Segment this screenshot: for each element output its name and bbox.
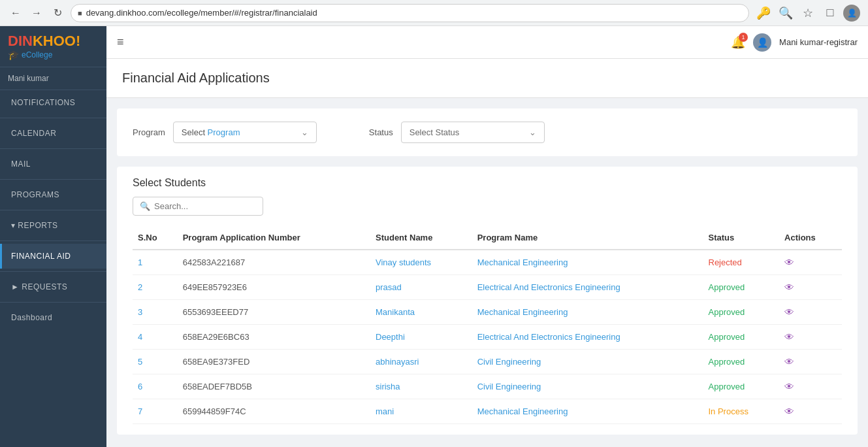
browser-bar: ← → ↻ ■ devang.dinkhoo.com/ecollege/memb… (0, 0, 868, 26)
sidebar-item-calendar[interactable]: CALENDAR (0, 121, 106, 146)
page-title: Financial Aid Applications (122, 71, 852, 86)
cell-app-num: 642583A221687 (178, 250, 370, 275)
sno-link[interactable]: 2 (138, 282, 142, 292)
sidebar: DINKHOO! 🎓 eCollege Mani kumar NOTIFICAT… (0, 26, 106, 447)
sidebar-item-mail[interactable]: MAIL (0, 152, 106, 176)
sno-link[interactable]: 6 (138, 382, 142, 391)
sno-link[interactable]: 4 (138, 332, 142, 342)
cell-actions: 👁 (779, 325, 842, 350)
cell-student[interactable]: Deepthi (370, 325, 472, 350)
col-program: Program Name (472, 226, 703, 250)
applications-table: S.No Program Application Number Student … (133, 226, 842, 424)
logo-khoo: KHOO! (33, 33, 80, 49)
cell-student[interactable]: Manikanta (370, 300, 472, 325)
cell-app-num: 649EE857923E6 (178, 275, 370, 300)
sno-link[interactable]: 7 (138, 406, 142, 416)
chevron-down-icon: ⌄ (301, 127, 308, 137)
sidebar-item-label: PROGRAMS (11, 190, 59, 199)
sidebar-user-info: Mani kumar (0, 67, 106, 90)
search-icon[interactable]: 🔍 (777, 4, 795, 22)
view-icon[interactable]: 👁 (784, 331, 794, 342)
view-icon[interactable]: 👁 (784, 356, 794, 367)
cell-sno: 4 (133, 325, 178, 350)
cell-app-num: 658EA29E6BC63 (178, 325, 370, 350)
cell-sno: 1 (133, 250, 178, 275)
status-select[interactable]: Select Status ⌄ (401, 122, 545, 143)
sidebar-item-notifications[interactable]: NOTIFICATIONS (0, 90, 106, 115)
cell-program[interactable]: Electrical And Electronics Engineering (472, 275, 703, 300)
search-input[interactable] (154, 201, 256, 211)
view-icon[interactable]: 👁 (784, 381, 794, 392)
sno-link[interactable]: 5 (138, 357, 142, 367)
main-content: Financial Aid Applications Program Selec… (106, 59, 868, 447)
table-row: 1 642583A221687 Vinay students Mechanica… (133, 250, 842, 275)
cell-student[interactable]: prasad (370, 275, 472, 300)
table-row: 6 658EADEF7BD5B sirisha Civil Engineerin… (133, 374, 842, 399)
cell-sno: 5 (133, 350, 178, 374)
table-row: 4 658EA29E6BC63 Deepthi Electrical And E… (133, 325, 842, 350)
cell-status: Approved (703, 374, 780, 399)
view-icon[interactable]: 👁 (784, 406, 794, 417)
cell-sno: 3 (133, 300, 178, 325)
cell-program[interactable]: Mechanical Engineering (472, 300, 703, 325)
cell-student[interactable]: Vinay students (370, 250, 472, 275)
sidebar-item-financial-aid[interactable]: FINANCIAL AID (0, 244, 106, 269)
view-icon[interactable]: 👁 (784, 306, 794, 318)
col-sno: S.No (133, 226, 178, 250)
cell-actions: 👁 (779, 374, 842, 399)
profile-avatar[interactable]: 👤 (843, 5, 860, 22)
cell-program[interactable]: Electrical And Electronics Engineering (472, 325, 703, 350)
top-user-name: Mani kumar-registrar (779, 37, 858, 47)
top-user-avatar[interactable]: 👤 (753, 33, 771, 52)
hamburger-icon[interactable]: ≡ (117, 35, 124, 49)
view-icon[interactable]: 👁 (784, 257, 794, 268)
search-box: 🔍 (133, 197, 263, 216)
cell-actions: 👁 (779, 275, 842, 300)
star-icon[interactable]: ☆ (799, 4, 817, 22)
table-row: 5 658EA9E373FED abhinayasri Civil Engine… (133, 350, 842, 374)
browser-actions: 🔑 🔍 ☆ □ 👤 (754, 4, 860, 22)
section-title: Select Students (133, 177, 842, 189)
sidebar-item-reports[interactable]: ▾ REPORTS (0, 213, 106, 238)
cell-app-num: 659944859F74C (178, 399, 370, 424)
back-button[interactable]: ← (8, 5, 24, 21)
sidebar-item-requests[interactable]: ► REQUESTS (0, 274, 106, 299)
chevron-down-icon: ⌄ (529, 127, 536, 137)
divider-7 (0, 302, 106, 303)
cell-student[interactable]: mani (370, 399, 472, 424)
sidebar-item-programs[interactable]: PROGRAMS (0, 182, 106, 207)
logo-area: DINKHOO! 🎓 eCollege (0, 26, 106, 67)
col-app-num: Program Application Number (178, 226, 370, 250)
cell-student[interactable]: sirisha (370, 374, 472, 399)
key-icon[interactable]: 🔑 (754, 4, 773, 22)
sidebar-item-dashboard[interactable]: Dashboard (0, 305, 106, 330)
notification-bell[interactable]: 🔔 1 (731, 35, 745, 50)
cell-sno: 2 (133, 275, 178, 300)
sno-link[interactable]: 1 (138, 257, 142, 267)
table-header-row: S.No Program Application Number Student … (133, 226, 842, 250)
logo-din: DIN (8, 33, 33, 49)
cell-program[interactable]: Mechanical Engineering (472, 250, 703, 275)
cell-student[interactable]: abhinayasri (370, 350, 472, 374)
divider-4 (0, 210, 106, 210)
sno-link[interactable]: 3 (138, 307, 142, 317)
page-header: Financial Aid Applications (106, 59, 868, 98)
search-icon: 🔍 (140, 201, 150, 211)
app-container: DINKHOO! 🎓 eCollege Mani kumar NOTIFICAT… (0, 26, 868, 447)
cell-actions: 👁 (779, 350, 842, 374)
cell-program[interactable]: Civil Engineering (472, 350, 703, 374)
top-bar: ≡ 🔔 1 👤 Mani kumar-registrar (106, 26, 868, 59)
extensions-icon[interactable]: □ (821, 4, 839, 22)
view-icon[interactable]: 👁 (784, 282, 794, 293)
reload-button[interactable]: ↻ (50, 5, 65, 21)
url-bar[interactable]: ■ devang.dinkhoo.com/ecollege/member/#/r… (71, 4, 749, 22)
forward-button[interactable]: → (29, 5, 44, 21)
cell-actions: 👁 (779, 300, 842, 325)
program-select[interactable]: Select Program ⌄ (173, 122, 317, 143)
cell-program[interactable]: Mechanical Engineering (472, 399, 703, 424)
security-icon: ■ (78, 9, 82, 17)
logo-ecollege: eCollege (22, 50, 52, 59)
cell-program[interactable]: Civil Engineering (472, 374, 703, 399)
divider-2 (0, 148, 106, 149)
cell-status: Approved (703, 325, 780, 350)
